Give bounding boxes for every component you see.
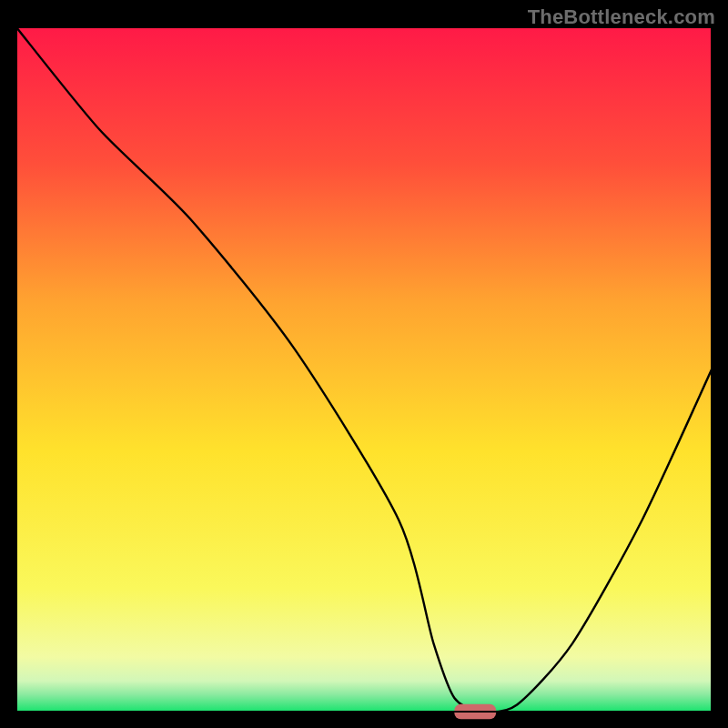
watermark-label: TheBottleneck.com (528, 5, 715, 29)
gradient-background (16, 27, 712, 712)
bottleneck-chart (0, 0, 728, 728)
chart-frame: TheBottleneck.com (0, 0, 728, 728)
